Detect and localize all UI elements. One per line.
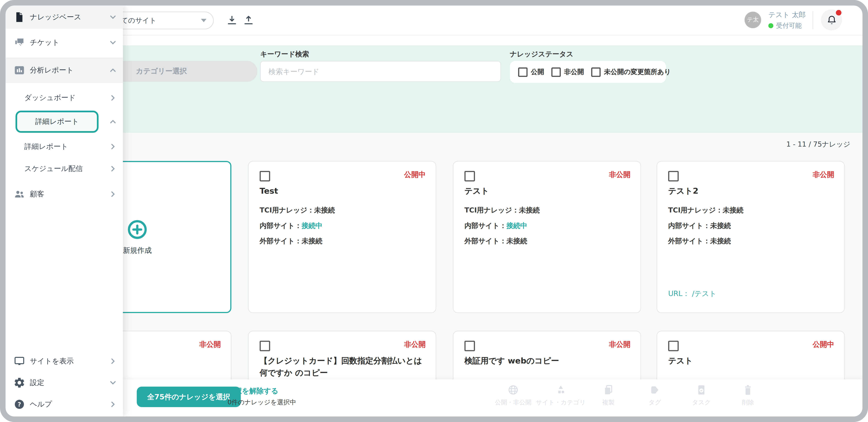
knowledge-list-area: 1 - 11 / 75ナレッジ 新規作成 公開中 Test TCI用ナレッジ：未… <box>6 133 863 417</box>
action-duplicate[interactable]: 複製 <box>584 384 633 407</box>
chevron-down-icon <box>108 378 117 387</box>
gear-icon <box>13 377 25 389</box>
action-label: タスク <box>692 398 711 407</box>
bulk-action-bar: 全75件のナレッジを選択 選択を解除する 0件のナレッジを選択中 公開・非公開 … <box>6 379 863 416</box>
meta-value: 未接続 <box>519 206 540 214</box>
chat-icon <box>13 36 25 48</box>
chevron-right-icon <box>108 142 117 151</box>
checkbox-icon[interactable] <box>551 67 561 77</box>
sidebar-item-analytics-report[interactable]: 分析レポート <box>6 58 123 83</box>
document-icon <box>13 11 25 23</box>
checkbox-icon[interactable] <box>668 341 679 351</box>
knowledge-card[interactable]: 非公開 テスト2 TCI用ナレッジ：未接続 内部サイト：未接続 外部サイト：未接… <box>656 161 845 313</box>
selected-count: 0件のナレッジを選択中 <box>227 398 296 407</box>
copy-icon <box>602 384 614 396</box>
card-title: 【クレジットカード】回数指定分割払いとは何ですか のコピー <box>259 355 426 379</box>
action-delete[interactable]: 削除 <box>723 384 772 407</box>
chevron-down-icon <box>108 38 117 47</box>
search-filter-panel: カテゴリー選択 キーワード検索 ナレッジステータス 公開 非公開 未公開の変更箇… <box>6 45 863 133</box>
chevron-right-icon <box>108 164 117 173</box>
app-window: すべてのサイト テ太 テスト 太郎 受付可能 <box>0 0 868 422</box>
tag-icon <box>649 384 661 396</box>
sidebar-item-view-site[interactable]: サイトを表示 <box>6 350 123 373</box>
sidebar-item-dashboard[interactable]: ダッシュボード <box>6 86 123 109</box>
sidebar-item-help[interactable]: ? ヘルプ <box>6 393 123 416</box>
chevron-right-icon <box>108 93 117 102</box>
sidebar-item-knowledge-base[interactable]: ナレッジベース <box>6 6 123 29</box>
meta-label: 内部サイト： <box>259 221 302 229</box>
action-site-category[interactable]: サイト・カテゴリ <box>536 384 585 407</box>
meta-label: TCI用ナレッジ： <box>668 206 723 214</box>
chevron-right-icon <box>108 357 117 366</box>
sidebar-item-label: 顧客 <box>30 189 44 199</box>
sidebar-item-settings[interactable]: 設定 <box>6 371 123 394</box>
chevron-down-icon <box>108 13 117 22</box>
upload-icon[interactable] <box>243 14 255 27</box>
action-task[interactable]: タスク <box>677 384 726 407</box>
sidebar-item-label: サイトを表示 <box>30 356 74 366</box>
download-icon[interactable] <box>226 14 238 27</box>
header-divider <box>813 11 813 29</box>
sidebar-item-label: 詳細レポート <box>35 117 79 127</box>
url-value: /テスト <box>692 289 716 297</box>
checkbox-icon[interactable] <box>464 341 475 351</box>
select-all-button[interactable]: 全75件のナレッジを選択 <box>137 387 241 407</box>
status-badge: 非公開 <box>609 339 630 350</box>
checkbox-icon[interactable] <box>464 171 475 182</box>
action-tag[interactable]: タグ <box>630 384 679 407</box>
user-name: テスト 太郎 <box>768 10 806 20</box>
chevron-right-icon <box>108 190 117 199</box>
sidebar-item-customers[interactable]: 顧客 <box>6 183 123 206</box>
checkbox-icon[interactable] <box>259 341 270 351</box>
meta-label: 内部サイト： <box>668 221 710 229</box>
site-category-icon <box>555 384 567 396</box>
globe-icon <box>507 384 519 396</box>
status-badge: 非公開 <box>199 339 221 350</box>
sidebar-item-tickets[interactable]: チケット <box>6 31 123 54</box>
meta-value: 未接続 <box>506 237 527 245</box>
sidebar-item-label: 詳細レポート <box>25 141 68 152</box>
meta-value: 未接続 <box>723 206 743 214</box>
knowledge-card[interactable]: 公開中 Test TCI用ナレッジ：未接続 内部サイト：接続中 外部サイト：未接… <box>248 161 436 313</box>
sidebar-item-detail-report[interactable]: 詳細レポート <box>6 135 123 158</box>
meta-value: 未接続 <box>302 237 322 245</box>
checkbox-icon[interactable] <box>518 67 528 77</box>
deselect-link[interactable]: 選択を解除する <box>227 386 278 396</box>
sidebar-item-label: ナレッジベース <box>30 12 81 22</box>
status-badge: 非公開 <box>813 170 834 180</box>
card-url[interactable]: URL： /テスト <box>668 289 716 298</box>
sidebar-item-detail-report-highlighted[interactable]: 詳細レポート <box>16 111 98 133</box>
chevron-right-icon <box>108 400 117 409</box>
meta-value: 未接続 <box>314 206 335 214</box>
card-meta: TCI用ナレッジ：未接続 内部サイト：未接続 外部サイト：未接続 <box>668 206 743 252</box>
meta-value: 接続中 <box>302 221 322 229</box>
card-title: Test <box>259 185 426 197</box>
help-icon: ? <box>13 398 25 410</box>
status-option-private[interactable]: 非公開 <box>551 67 584 77</box>
action-label: 複製 <box>602 398 614 407</box>
pagination-info: 1 - 11 / 75ナレッジ <box>786 140 850 150</box>
meta-label: TCI用ナレッジ： <box>464 206 519 214</box>
sidebar-item-label: スケジュール配信 <box>25 164 83 174</box>
checkbox-icon[interactable] <box>668 171 679 182</box>
checkbox-icon[interactable] <box>259 171 270 182</box>
knowledge-card[interactable]: 非公開 テスト TCI用ナレッジ：未接続 内部サイト：接続中 外部サイト：未接続 <box>453 161 641 313</box>
status-badge: 非公開 <box>609 170 630 180</box>
status-option-public[interactable]: 公開 <box>518 67 544 77</box>
action-publish-toggle[interactable]: 公開・非公開 <box>489 384 537 407</box>
action-label: サイト・カテゴリ <box>536 398 586 407</box>
chevron-up-icon <box>108 66 117 75</box>
checkbox-icon[interactable] <box>591 67 601 77</box>
bar-chart-icon <box>13 64 25 76</box>
card-title: テスト <box>668 355 834 367</box>
sidebar-item-label: チケット <box>30 38 59 47</box>
new-card-label: 新規作成 <box>123 246 152 256</box>
trash-icon <box>742 384 754 396</box>
meta-label: 外部サイト： <box>259 237 302 245</box>
avatar[interactable]: テ太 <box>745 12 761 28</box>
knowledge-status-filter: 公開 非公開 未公開の変更箇所あり <box>510 61 666 83</box>
sidebar-item-schedule-delivery[interactable]: スケジュール配信 <box>6 157 123 180</box>
status-option-label: 未公開の変更箇所あり <box>604 67 671 77</box>
keyword-search-input[interactable] <box>260 61 501 82</box>
status-option-unpublished-changes[interactable]: 未公開の変更箇所あり <box>591 67 671 77</box>
